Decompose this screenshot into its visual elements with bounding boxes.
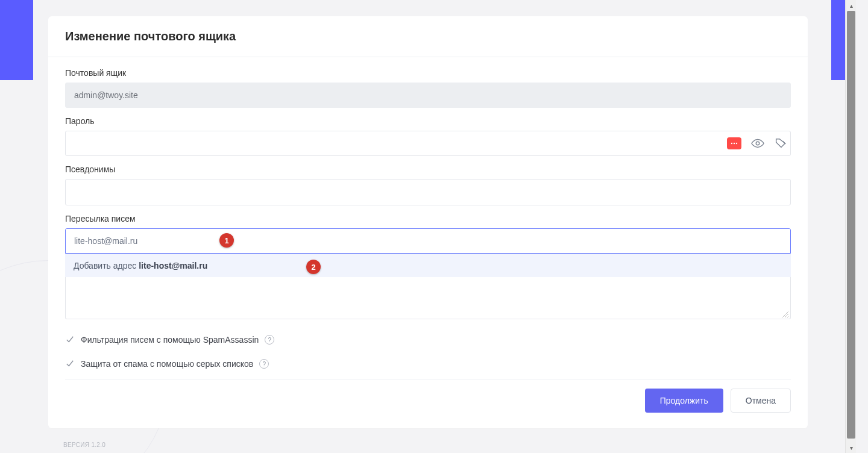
suggestion-prefix: Добавить адрес	[74, 261, 139, 270]
spamassassin-label: Фильтрация писем с помощью SpamAssassin	[81, 335, 259, 345]
forwarding-textarea[interactable]	[65, 277, 791, 319]
mailbox-input	[65, 83, 791, 108]
forwarding-label: Пересылка писем	[65, 214, 791, 223]
aliases-label: Псевдонимы	[65, 164, 791, 174]
scroll-down-button[interactable]: ▾	[846, 442, 857, 453]
password-label: Пароль	[65, 116, 791, 126]
check-icon	[65, 360, 75, 368]
annotation-badge-2: 2	[306, 260, 321, 274]
resize-handle-icon[interactable]	[782, 310, 789, 317]
help-icon[interactable]: ?	[265, 335, 274, 345]
version-label: ВЕРСИЯ 1.2.0	[63, 442, 105, 448]
forwarding-input[interactable]	[66, 229, 790, 253]
svg-point-1	[734, 143, 735, 144]
svg-point-3	[756, 142, 760, 145]
panel-header: Изменение почтового ящика	[48, 16, 808, 57]
page-title: Изменение почтового ящика	[65, 30, 791, 43]
annotation-badge-1: 1	[219, 233, 234, 248]
suggestion-value: lite-host@mail.ru	[139, 261, 207, 270]
aliases-input[interactable]	[65, 179, 791, 205]
scroll-up-button[interactable]: ▴	[846, 0, 857, 11]
show-password-icon[interactable]	[751, 137, 764, 150]
greylist-checkbox[interactable]: Защита от спама с помощью серых списков …	[65, 352, 791, 376]
check-icon	[65, 336, 75, 344]
spamassassin-checkbox[interactable]: Фильтрация писем с помощью SpamAssassin …	[65, 328, 791, 352]
svg-point-2	[736, 143, 737, 144]
generate-password-icon[interactable]	[727, 137, 741, 149]
left-accent-bar	[0, 0, 33, 80]
cancel-button[interactable]: Отмена	[731, 389, 791, 413]
mailbox-label: Почтовый ящик	[65, 68, 791, 78]
greylist-label: Защита от спама с помощью серых списков	[81, 359, 253, 369]
svg-point-0	[731, 143, 732, 144]
password-input[interactable]	[65, 131, 791, 156]
tags-icon[interactable]	[774, 137, 787, 150]
submit-button[interactable]: Продолжить	[645, 389, 723, 413]
vertical-scrollbar[interactable]: ▴ ▾	[845, 0, 856, 453]
forwarding-suggestion[interactable]: Добавить адрес lite-host@mail.ru 2	[65, 254, 791, 277]
edit-mailbox-panel: Изменение почтового ящика Почтовый ящик …	[48, 16, 808, 428]
scroll-thumb[interactable]	[847, 11, 855, 439]
help-icon[interactable]: ?	[259, 359, 269, 369]
